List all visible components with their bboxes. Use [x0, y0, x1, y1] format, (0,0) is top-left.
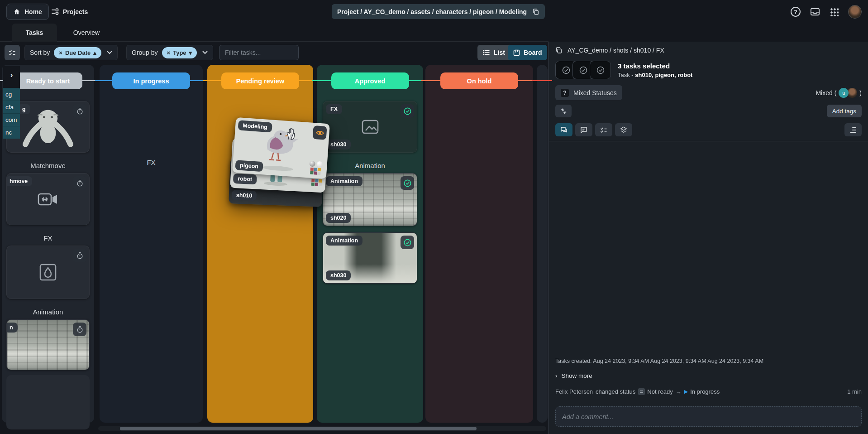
comment-input[interactable]: [555, 406, 862, 427]
show-more-toggle[interactable]: › Show more: [555, 372, 862, 379]
rail-project-item[interactable]: cfa: [3, 101, 20, 113]
approved-check-icon[interactable]: [401, 104, 414, 118]
copy-icon[interactable]: [532, 8, 539, 15]
rail-project-item[interactable]: com: [3, 113, 20, 126]
timer-icon[interactable]: [73, 249, 86, 262]
group-caret-icon[interactable]: ▾: [189, 49, 192, 56]
breadcrumb[interactable]: Project / AY_CG_demo / assets / characte…: [332, 4, 545, 19]
color-checker: [311, 179, 322, 186]
tab-checklist[interactable]: [595, 123, 612, 136]
assignees-suffix: ): [859, 89, 862, 96]
task-card[interactable]: Animation sh020: [323, 173, 417, 226]
column-header-approved[interactable]: Approved: [331, 72, 409, 89]
status-to-chip: ▶ In progress: [684, 388, 720, 395]
user-avatar[interactable]: [848, 5, 862, 19]
home-button[interactable]: Home: [6, 4, 49, 20]
approved-check-icon[interactable]: [401, 176, 414, 190]
show-more-label: Show more: [562, 372, 592, 379]
column-in-progress: In progress FX: [100, 65, 203, 423]
projects-button[interactable]: Projects: [51, 4, 88, 20]
list-view-button[interactable]: List: [477, 45, 510, 60]
rail-project-item[interactable]: cg: [3, 88, 20, 101]
selection-summary: 3 tasks selected Task - sh010, pigeon, r…: [549, 59, 868, 83]
inbox-icon[interactable]: [810, 7, 820, 16]
top-bar: Home Projects Project / AY_CG_demo / ass…: [0, 0, 868, 24]
remove-group-icon[interactable]: ×: [167, 49, 171, 56]
board-view-button[interactable]: Board: [508, 45, 547, 60]
task-type-chip: n: [6, 323, 18, 333]
task-folder-chip: sh020: [326, 213, 351, 223]
task-folder-chip: pigeon: [235, 160, 263, 172]
task-card[interactable]: [6, 246, 90, 299]
expand-rail-button[interactable]: ›: [3, 66, 20, 84]
timer-icon[interactable]: [73, 176, 86, 190]
help-icon[interactable]: ?: [791, 7, 801, 17]
arrow-right-icon: →: [676, 388, 682, 395]
selection-subtitle: Task - sh010, pigeon, robot: [618, 72, 692, 78]
assignee-avatar-photo[interactable]: [847, 88, 857, 98]
apps-grid-icon[interactable]: [830, 7, 839, 16]
selection-title: 3 tasks selected: [618, 62, 692, 70]
feed-filter-menu-icon[interactable]: [844, 123, 862, 136]
tab-notes[interactable]: [575, 123, 592, 136]
dragged-card-stack[interactable]: sh010 robot: [229, 117, 334, 213]
status-dropdown[interactable]: ? Mixed Statuses: [555, 85, 622, 100]
status-from-chip: Not ready: [638, 388, 672, 395]
not-ready-icon: [638, 388, 645, 395]
task-card[interactable]: FX sh030: [323, 101, 417, 153]
empty-group-slot: [6, 375, 90, 429]
status-row: ? Mixed Statuses Mixed ( u ): [549, 83, 868, 102]
task-card[interactable]: n: [6, 319, 90, 370]
details-tabs: [549, 120, 868, 141]
details-panel: AY_CG_demo / shots / sh010 / FX 3: [548, 42, 868, 434]
board-label: Board: [524, 49, 542, 56]
task-type-chip: hmove: [6, 176, 32, 186]
assignee-avatar-initial[interactable]: u: [839, 88, 849, 98]
group-chip[interactable]: × Type ▾: [162, 47, 197, 58]
filter-tasks-input[interactable]: [219, 45, 299, 60]
scrollbar-thumb[interactable]: [120, 427, 477, 430]
task-folder-chip: sh010: [231, 190, 257, 201]
sort-by-control[interactable]: Sort by × Due Date ▴: [24, 45, 118, 60]
eye-icon[interactable]: [313, 125, 327, 140]
dragged-card-pigeon[interactable]: Modeling pigeon: [232, 117, 330, 179]
column-header-pending-review[interactable]: Pending review: [221, 72, 299, 89]
task-card[interactable]: Animation sh030: [323, 232, 417, 284]
copy-icon[interactable]: [555, 47, 563, 54]
activity-feed: Tasks created: Aug 24 2023, 9:34 AM Aug …: [555, 358, 862, 395]
assignees-group[interactable]: Mixed ( u ): [816, 88, 862, 98]
tab-comments[interactable]: [555, 123, 572, 136]
timer-icon[interactable]: [73, 323, 86, 336]
remove-sort-icon[interactable]: ×: [59, 49, 62, 56]
selected-thumbnails: [555, 61, 611, 79]
task-folder-chip: sh030: [326, 270, 351, 280]
home-label: Home: [24, 8, 42, 15]
sort-chip[interactable]: × Due Date ▴: [54, 47, 101, 58]
home-icon: [13, 8, 20, 15]
tab-versions[interactable]: [615, 123, 632, 136]
add-tags-button[interactable]: Add tags: [827, 105, 862, 117]
group-by-control[interactable]: Group by × Type ▾: [126, 45, 213, 60]
selected-task-names: sh010, pigeon, robot: [635, 72, 692, 78]
activity-user: Felix Petersen: [555, 388, 593, 395]
approved-check-icon[interactable]: [401, 236, 414, 249]
view-options-button[interactable]: [5, 45, 20, 60]
tab-tasks[interactable]: Tasks: [12, 24, 57, 42]
timer-icon[interactable]: [73, 104, 86, 118]
column-header-in-progress[interactable]: In progress: [112, 72, 190, 89]
chevron-down-icon[interactable]: [107, 51, 112, 54]
board-horizontal-scrollbar: [98, 426, 546, 431]
breadcrumb-text: Project / AY_CG_demo / assets / characte…: [337, 8, 527, 15]
column-header-ready[interactable]: Ready to start: [14, 72, 82, 89]
group-label: FX: [100, 154, 203, 170]
task-card[interactable]: hmove: [6, 173, 90, 225]
automations-icon[interactable]: [555, 105, 572, 117]
sort-asc-icon[interactable]: ▴: [93, 49, 96, 56]
status-from-label: Not ready: [647, 388, 672, 395]
group-label: Animation: [2, 304, 94, 319]
rail-project-item[interactable]: nc: [3, 126, 20, 139]
chevron-down-icon[interactable]: [202, 51, 208, 54]
tab-overview[interactable]: Overview: [62, 24, 111, 42]
sort-by-label: Sort by: [30, 49, 50, 56]
column-header-on-hold[interactable]: On hold: [440, 72, 518, 89]
